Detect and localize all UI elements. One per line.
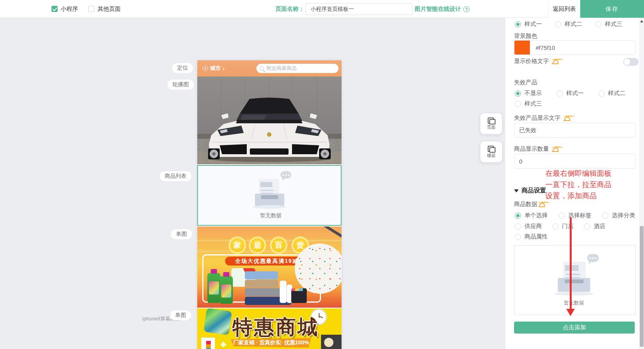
editor-root: 定位 轮播图 商品列表 单图 iphone8屏幕高度------ 单图 城市 ›… — [0, 0, 644, 349]
search-icon — [260, 66, 264, 71]
radio-hotel[interactable]: 酒店 — [584, 223, 605, 230]
inbox-tray-icon — [255, 194, 284, 206]
radio-style-2[interactable]: 样式二 — [555, 20, 582, 28]
save-button[interactable]: 保存 — [580, 0, 644, 18]
scrollbar-up-icon[interactable] — [640, 20, 643, 22]
data-radio-group-row1: 单个选择 选择标签 选择分类 — [515, 212, 635, 219]
radio-invalid-style-1[interactable]: 样式一 — [557, 90, 584, 97]
style-radio-group: 样式一 样式二 样式三 — [515, 20, 622, 28]
data-radio-group-row3: 商品属性 — [515, 233, 548, 240]
page-type-checkboxes: 小程序 其他页面 — [51, 0, 121, 18]
collage-card-image — [201, 337, 215, 349]
product-list-component-selected[interactable]: 暂无数据 — [197, 165, 342, 226]
detergent-bottle-image — [220, 276, 233, 304]
color-swatch[interactable] — [514, 41, 530, 54]
top-toolbar: 小程序 其他页面 页面名称： 图片智能在线设计 ? 返回列表 保存 — [0, 0, 644, 18]
list-empty-text: 暂无数据 — [260, 212, 282, 219]
product-data-empty-box: 暂无数据 — [514, 245, 635, 315]
panel-empty-text: 暂无数据 — [564, 300, 584, 306]
search-input[interactable]: 附近商家商品 — [256, 64, 338, 73]
radio-single-select[interactable]: 单个选择 — [515, 212, 548, 219]
towel-stack-image — [245, 271, 278, 279]
location-pin-icon — [203, 66, 208, 71]
floor-float-button[interactable]: 楼层 — [480, 141, 502, 162]
banner-ribbon: 厂家直销 · 货真价实· 优惠100% — [231, 338, 311, 347]
page-name-input[interactable] — [306, 3, 412, 15]
badge-live: 居 — [250, 238, 265, 252]
banner-title: 特惠商城 — [220, 314, 332, 341]
chat-bubble-icon — [280, 171, 291, 179]
invalid-radio-group-row1: 不显示 样式一 样式二 — [515, 90, 625, 97]
scrollbar-thumb[interactable] — [640, 226, 644, 347]
invalid-radio-group-row2: 样式三 — [515, 100, 542, 107]
carousel-component[interactable] — [197, 77, 342, 164]
checkbox-other-pages[interactable]: 其他页面 — [88, 5, 121, 13]
chat-bubble-icon — [587, 254, 599, 262]
radio-invalid-style-2[interactable]: 样式二 — [598, 90, 625, 97]
product-data-label: 商品数据 — [514, 201, 545, 208]
snack-box-image — [291, 288, 307, 303]
radio-style-1[interactable]: 样式一 — [515, 20, 542, 28]
bg-color-input[interactable]: #f75f10 — [514, 40, 635, 55]
product-settings-header[interactable]: 商品设置 — [514, 187, 546, 195]
search-placeholder: 附近商家商品 — [266, 65, 297, 72]
location-bar-component[interactable]: 城市 › 附近商家商品 — [197, 60, 342, 77]
chevron-right-icon: › — [223, 65, 225, 72]
single-image-component-2[interactable]: 特惠商城 厂家直销 · 货真价实· 优惠100% — [197, 308, 342, 349]
component-label-single-image-1: 单图 — [171, 229, 192, 239]
smart-design-link[interactable]: 图片智能在线设计 ? — [415, 5, 470, 13]
empty-state-illustration — [557, 253, 594, 296]
pages-icon — [488, 117, 495, 124]
invalid-text-label: 失效产品显示文字 — [514, 114, 570, 122]
color-value: #f75f10 — [536, 44, 555, 51]
check-icon — [51, 6, 58, 12]
data-radio-group-row2: 供应商 门店 酒店 — [515, 223, 605, 230]
car-photo — [197, 77, 342, 164]
radio-invalid-style-3[interactable]: 样式三 — [515, 100, 542, 107]
umbrella-image — [295, 243, 342, 294]
show-price-label: 显示价格文字 — [514, 58, 559, 65]
radio-select-category[interactable]: 选择分类 — [602, 212, 635, 219]
show-price-toggle[interactable] — [623, 58, 639, 66]
bg-color-label: 背景颜色 — [514, 32, 537, 40]
radio-supplier[interactable]: 供应商 — [515, 223, 542, 230]
detergent-bottle-image — [207, 273, 220, 303]
page-name-label: 页面名称： — [275, 5, 304, 13]
tutorial-arrow — [570, 218, 572, 310]
invalid-product-label: 失效产品 — [514, 79, 537, 86]
empty-state-illustration — [255, 170, 286, 208]
invalid-text-input[interactable] — [514, 123, 635, 138]
display-count-label: 商品显示数量 — [514, 145, 559, 153]
panel-scrollbar[interactable] — [639, 18, 644, 349]
alert-icon — [552, 146, 559, 152]
settings-panel: 样式一 样式二 样式三 背景颜色 #f75f10 显示价格文字 失效产品 不显示… — [505, 18, 639, 349]
toothpaste-image — [280, 281, 287, 303]
alert-icon — [538, 201, 545, 207]
badge-home: 家 — [230, 238, 244, 252]
page-float-button[interactable]: 页面 — [480, 113, 502, 134]
radio-product-attribute[interactable]: 商品属性 — [515, 233, 548, 240]
single-image-component-1[interactable]: 家 居 百 货 全场大优惠最高满19减8 — [197, 226, 342, 308]
back-to-list-button[interactable]: 返回列表 — [548, 0, 580, 18]
component-label-carousel: 轮播图 — [167, 80, 194, 90]
inbox-tray-icon — [558, 278, 590, 292]
component-label-product-list: 商品列表 — [160, 171, 191, 181]
tutorial-arrow-head — [566, 309, 575, 316]
alert-icon — [564, 115, 570, 121]
badge-hundred: 百 — [272, 238, 286, 252]
food-board-image — [321, 335, 342, 349]
radio-invalid-hide[interactable]: 不显示 — [515, 90, 542, 97]
radio-style-3[interactable]: 样式三 — [595, 20, 622, 28]
component-label-position: 定位 — [172, 63, 193, 73]
layers-icon — [488, 146, 495, 152]
checkbox-mini-program[interactable]: 小程序 — [51, 5, 78, 13]
alert-icon — [552, 58, 559, 64]
click-to-add-button[interactable]: 点击添加 — [514, 322, 635, 334]
radio-select-tag[interactable]: 选择标签 — [559, 212, 591, 219]
help-icon[interactable]: ? — [463, 6, 470, 12]
collapse-arrow-icon — [514, 189, 519, 192]
display-count-input[interactable] — [514, 154, 635, 169]
city-label: 城市 — [210, 65, 221, 72]
phone-preview: 城市 › 附近商家商品 — [197, 60, 342, 349]
city-selector[interactable]: 城市 › — [203, 65, 225, 72]
